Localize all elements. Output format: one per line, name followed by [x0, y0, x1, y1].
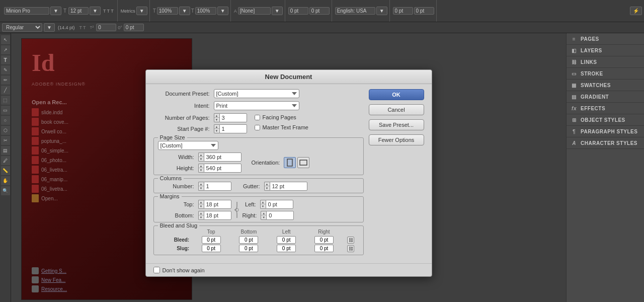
col-number-input[interactable]: 1 [204, 182, 231, 191]
pt1-input[interactable]: 0 pt [288, 7, 308, 15]
tool-zoom[interactable]: 🔍 [1, 186, 10, 195]
save-preset-button[interactable]: Save Preset... [369, 119, 424, 130]
right-margin-input[interactable]: 0 [266, 211, 294, 220]
panel-item-pages[interactable]: ≡ PAGES [567, 33, 644, 45]
start-page-down[interactable]: ▼ [214, 129, 219, 133]
none-input[interactable]: [None] [238, 7, 271, 15]
left-margin-up[interactable]: ▲ [261, 200, 266, 204]
left-margin-down[interactable]: ▼ [261, 204, 266, 208]
width-arrows[interactable]: ▲ ▼ [198, 153, 204, 162]
bottom-margin-up[interactable]: ▲ [199, 211, 204, 215]
tool-eyedropper[interactable]: 🖉 [1, 156, 10, 165]
height-input[interactable]: 540 pt [204, 164, 242, 173]
landscape-button[interactable] [297, 157, 309, 168]
font-size-arrow[interactable]: ▼ [90, 7, 101, 15]
lang-arrow[interactable]: ▼ [376, 7, 387, 15]
facing-pages-checkbox[interactable] [255, 115, 260, 120]
start-page-input[interactable]: 1 [219, 124, 247, 133]
slug-top-input[interactable]: 0 pt [202, 245, 221, 252]
col-number-arrows[interactable]: ▲ ▼ [198, 182, 204, 191]
facing-pages-label[interactable]: Facing Pages [263, 114, 296, 120]
panel-item-links[interactable]: ⛓ LINKS [567, 56, 644, 68]
bleed-top-input[interactable]: 0 pt [202, 236, 221, 244]
pt4-input[interactable]: 0 pt [414, 7, 434, 15]
height-down[interactable]: ▼ [199, 168, 204, 172]
tool-poly[interactable]: ⬡ [1, 126, 10, 135]
top-margin-up[interactable]: ▲ [199, 200, 204, 204]
bleed-right-input[interactable]: 0 pt [314, 236, 334, 244]
top-margin-arrows[interactable]: ▲ ▼ [198, 200, 204, 209]
pt2-input[interactable]: 0 pt [309, 7, 330, 15]
panel-item-object-styles[interactable]: ⊞ OBJECT STYLES [567, 114, 644, 126]
tool-measure[interactable]: 📏 [1, 166, 10, 175]
panel-item-character-styles[interactable]: A CHARACTER STYLES [567, 137, 644, 149]
slug-left-input[interactable]: 0 pt [277, 245, 296, 252]
panel-item-layers[interactable]: ◧ LAYERS [567, 45, 644, 56]
fewer-options-button[interactable]: Fewer Options [369, 134, 424, 145]
metrics-arrow[interactable]: ▼ [136, 7, 147, 15]
gutter-input[interactable]: 12 pt [270, 182, 307, 191]
tool-type[interactable]: T [1, 55, 10, 64]
slug-chain-icon[interactable]: ⛓ [347, 245, 354, 252]
num-pages-up[interactable]: ▲ [214, 114, 219, 118]
col-number-down[interactable]: ▼ [199, 186, 204, 190]
pt3-input[interactable]: 0 pt [393, 7, 413, 15]
height-up[interactable]: ▲ [199, 164, 204, 168]
bottom-margin-input[interactable]: 18 pt [204, 211, 231, 220]
bleed-left-input[interactable]: 0 pt [277, 236, 296, 244]
gutter-up[interactable]: ▲ [265, 182, 270, 186]
font-family-arrow[interactable]: ▼ [50, 7, 61, 15]
width-down[interactable]: ▼ [199, 157, 204, 161]
tool-pencil[interactable]: ✏ [1, 76, 10, 85]
right-margin-up[interactable]: ▲ [261, 211, 266, 215]
panel-item-gradient[interactable]: ▤ GRADIENT [567, 91, 644, 103]
scale-v-input[interactable]: 100% [195, 7, 216, 15]
scale-v-arrow[interactable]: ▼ [217, 7, 228, 15]
gutter-arrows[interactable]: ▲ ▼ [264, 182, 270, 191]
bottom-margin-arrows[interactable]: ▲ ▼ [198, 211, 204, 220]
none-arrow[interactable]: ▼ [272, 7, 283, 15]
tool-scissors[interactable]: ✂ [1, 136, 10, 145]
num-pages-input[interactable]: 3 [219, 113, 247, 122]
top-margin-input[interactable]: 18 pt [204, 200, 231, 209]
scale-h-arrow[interactable]: ▼ [179, 7, 190, 15]
style-select[interactable]: Regular [2, 23, 42, 32]
width-up[interactable]: ▲ [199, 153, 204, 157]
slug-right-input[interactable]: 0 pt [314, 245, 334, 252]
gutter-down[interactable]: ▼ [265, 186, 270, 190]
col-number-up[interactable]: ▲ [199, 182, 204, 186]
num-pages-down[interactable]: ▼ [214, 118, 219, 122]
intent-select[interactable]: Print [214, 101, 299, 110]
tool-hand[interactable]: ✋ [1, 176, 10, 185]
left-margin-arrows[interactable]: ▲ ▼ [260, 200, 266, 209]
row2-pt2[interactable] [124, 24, 144, 31]
toolbar-extra[interactable]: ⚡ [630, 7, 642, 15]
right-margin-arrows[interactable]: ▲ ▼ [261, 211, 266, 220]
page-size-select[interactable]: [Custom] [158, 141, 218, 150]
bleed-chain-icon[interactable]: ⛓ [347, 237, 354, 244]
panel-item-swatches[interactable]: ▦ SWATCHES [567, 80, 644, 91]
num-pages-arrows[interactable]: ▲ ▼ [214, 113, 219, 122]
cancel-button[interactable]: Cancel [369, 104, 424, 115]
tool-direct-select[interactable]: ↗ [1, 45, 10, 54]
left-margin-input[interactable]: 0 pt [266, 200, 293, 209]
start-page-up[interactable]: ▲ [214, 125, 219, 129]
tool-select[interactable]: ↖ [1, 35, 10, 44]
font-size-input[interactable]: 12 pt [68, 7, 89, 15]
tool-ellipse[interactable]: ○ [1, 116, 10, 125]
scale-h-input[interactable]: 100% [157, 7, 178, 15]
margin-link-icon[interactable] [231, 201, 243, 219]
start-page-arrows[interactable]: ▲ ▼ [214, 124, 219, 133]
tool-pen[interactable]: ✎ [1, 65, 10, 74]
ok-button[interactable]: OK [369, 89, 424, 100]
master-text-frame-label[interactable]: Master Text Frame [263, 124, 309, 130]
bleed-bottom-input[interactable]: 0 pt [239, 236, 258, 244]
font-family-input[interactable]: Minion Pro [4, 7, 49, 15]
height-arrows[interactable]: ▲ ▼ [198, 164, 204, 173]
bottom-margin-down[interactable]: ▼ [199, 215, 204, 219]
panel-item-paragraph-styles[interactable]: ¶ PARAGRAPH STYLES [567, 126, 644, 137]
dont-show-checkbox[interactable] [153, 267, 160, 273]
width-input[interactable]: 360 pt [204, 153, 242, 162]
tool-frame[interactable]: ⬚ [1, 96, 10, 105]
slug-bottom-input[interactable]: 0 pt [239, 245, 258, 252]
